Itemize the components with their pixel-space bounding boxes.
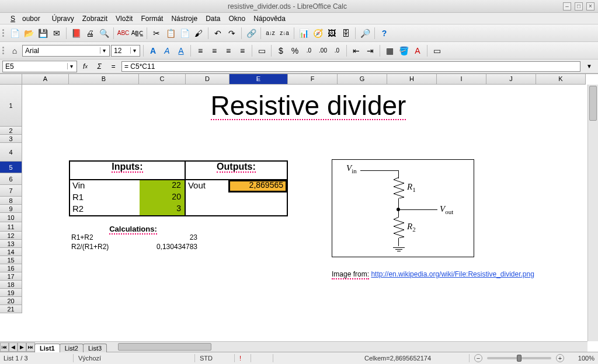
- merge-cells-icon[interactable]: ▭: [255, 44, 268, 57]
- row-header-21[interactable]: 21: [0, 305, 22, 313]
- horizontal-scrollbar[interactable]: [117, 341, 587, 352]
- row-header-2[interactable]: 2: [0, 127, 22, 135]
- navigator-icon[interactable]: 🧭: [311, 27, 324, 40]
- close-button[interactable]: ×: [586, 2, 594, 10]
- col-header-K[interactable]: K: [536, 74, 586, 85]
- font-size-combo[interactable]: 12 ▾: [111, 45, 140, 57]
- menu-edit[interactable]: Úpravy: [48, 13, 78, 24]
- print-icon[interactable]: 🖨: [84, 27, 96, 40]
- align-left-icon[interactable]: ≡: [194, 44, 207, 57]
- menu-tools[interactable]: Nástroje: [168, 13, 201, 24]
- scrollbar-thumb[interactable]: [589, 86, 597, 121]
- zoom-knob[interactable]: [517, 355, 521, 362]
- menu-window[interactable]: Okno: [225, 13, 249, 24]
- inc-dec-icon[interactable]: .0: [331, 44, 343, 57]
- row-header-11[interactable]: 11: [0, 222, 22, 232]
- align-justify-icon[interactable]: ≡: [236, 44, 249, 57]
- row-header-18[interactable]: 18: [0, 281, 22, 289]
- paste-icon[interactable]: 📄: [178, 27, 191, 40]
- font-name-combo[interactable]: Arial ▾: [22, 45, 110, 57]
- select-all-corner[interactable]: [0, 74, 22, 85]
- open-doc-icon[interactable]: 📂: [22, 27, 35, 40]
- zoom-slider[interactable]: [487, 357, 551, 359]
- number-format-icon[interactable]: .0: [303, 44, 315, 57]
- zoom-icon[interactable]: 🔎: [359, 27, 371, 40]
- dec-dec-icon[interactable]: .00: [317, 44, 329, 57]
- col-header-F[interactable]: F: [288, 74, 338, 85]
- percent-icon[interactable]: %: [288, 44, 301, 57]
- menu-bar[interactable]: Soubor Úpravy Zobrazit Vložit Formát Nás…: [0, 13, 598, 24]
- cut-icon[interactable]: ✂: [150, 27, 163, 40]
- col-header-A[interactable]: A: [22, 74, 69, 85]
- row-header-7[interactable]: 7: [0, 185, 22, 197]
- sort-desc-icon[interactable]: z↓a: [278, 27, 291, 40]
- tab-next-icon[interactable]: ▶: [18, 342, 26, 352]
- vout-value[interactable]: 2,869565: [229, 180, 287, 192]
- column-headers[interactable]: ABCDEFGHIJK: [22, 74, 587, 85]
- row-header-20[interactable]: 20: [0, 297, 22, 305]
- scrollbar-thumb[interactable]: [118, 343, 211, 351]
- print-preview-icon[interactable]: 🔍: [98, 27, 110, 40]
- currency-icon[interactable]: $: [274, 44, 287, 57]
- r1-value[interactable]: 20: [140, 192, 186, 204]
- spellcheck-icon[interactable]: ABC: [117, 27, 130, 40]
- tab-first-icon[interactable]: ⏮: [0, 342, 9, 352]
- row-header-6[interactable]: 6: [0, 173, 22, 185]
- paintbrush-icon[interactable]: 🖌: [192, 27, 205, 40]
- row-header-8[interactable]: 8: [0, 197, 22, 205]
- col-header-I[interactable]: I: [437, 74, 486, 85]
- row-header-15[interactable]: 15: [0, 256, 22, 264]
- menu-view[interactable]: Zobrazit: [79, 13, 111, 24]
- dec-indent-icon[interactable]: ⇤: [350, 44, 363, 57]
- row-header-3[interactable]: 3: [0, 135, 22, 143]
- tab-last-icon[interactable]: ⏭: [26, 342, 35, 352]
- save-icon[interactable]: 💾: [36, 27, 49, 40]
- row-header-16[interactable]: 16: [0, 264, 22, 272]
- formula-expand-icon[interactable]: ▼: [583, 60, 596, 73]
- col-header-D[interactable]: D: [186, 74, 230, 85]
- fx-icon[interactable]: fx: [79, 61, 91, 72]
- menu-file[interactable]: Soubor: [4, 13, 47, 24]
- status-zoom[interactable]: 100%: [569, 355, 594, 362]
- sheet-tab-2[interactable]: List2: [60, 344, 84, 352]
- row-header-13[interactable]: 13: [0, 240, 22, 248]
- menu-insert[interactable]: Vložit: [112, 13, 136, 24]
- row-header-9[interactable]: 9: [0, 205, 22, 213]
- row-header-4[interactable]: 4: [0, 143, 22, 162]
- image-source-link[interactable]: http://en.wikipedia.org/wiki/File:Resist…: [371, 270, 534, 278]
- col-header-H[interactable]: H: [387, 74, 437, 85]
- autocheck-icon[interactable]: AB̲C̲: [131, 27, 144, 40]
- row-header-1[interactable]: 1: [0, 85, 22, 127]
- formula-input[interactable]: [121, 61, 580, 72]
- undo-icon[interactable]: ↶: [211, 27, 224, 40]
- fontcolor-icon[interactable]: A: [411, 44, 424, 57]
- sum-icon[interactable]: Σ: [93, 61, 105, 72]
- gallery-icon[interactable]: 🖼: [325, 27, 338, 40]
- chart-icon[interactable]: 📊: [297, 27, 310, 40]
- email-icon[interactable]: ✉: [50, 27, 63, 40]
- toolbar-grip[interactable]: [2, 29, 6, 37]
- menu-data[interactable]: Data: [202, 13, 224, 24]
- status-signature-icon[interactable]: [256, 354, 273, 362]
- borders-icon[interactable]: ▦: [383, 44, 396, 57]
- zoom-in-button[interactable]: +: [556, 354, 564, 362]
- toolbar-grip[interactable]: [2, 47, 6, 54]
- pdf-export-icon[interactable]: 📕: [69, 27, 82, 40]
- redo-icon[interactable]: ↷: [225, 27, 238, 40]
- italic-icon[interactable]: A: [161, 44, 173, 57]
- col-header-B[interactable]: B: [69, 74, 139, 85]
- status-mode[interactable]: STD: [200, 354, 235, 362]
- new-doc-icon[interactable]: 📄: [8, 27, 21, 40]
- maximize-button[interactable]: □: [575, 2, 583, 10]
- r2-value[interactable]: 3: [140, 204, 186, 215]
- inc-indent-icon[interactable]: ⇥: [364, 44, 377, 57]
- vertical-scrollbar[interactable]: [587, 85, 598, 341]
- zoom-out-button[interactable]: −: [474, 354, 482, 362]
- col-header-E[interactable]: E: [230, 74, 288, 85]
- row-header-12[interactable]: 12: [0, 232, 22, 240]
- equals-icon[interactable]: =: [107, 61, 119, 72]
- col-header-J[interactable]: J: [486, 74, 536, 85]
- row-header-17[interactable]: 17: [0, 272, 22, 281]
- status-sum[interactable]: Celkem=2,8695652174: [364, 354, 470, 362]
- copy-icon[interactable]: 📋: [164, 27, 177, 40]
